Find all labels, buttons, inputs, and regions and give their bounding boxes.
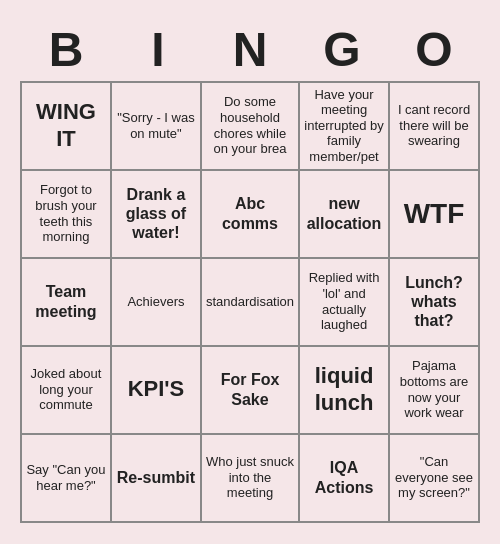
title-b: B xyxy=(22,22,110,77)
bingo-cell-19[interactable]: Pajama bottoms are now your work wear xyxy=(390,347,480,435)
bingo-card: B I N G O WING IT"Sorry - I was on mute"… xyxy=(10,12,490,533)
title-i: I xyxy=(114,22,202,77)
bingo-cell-11[interactable]: Achievers xyxy=(112,259,202,347)
bingo-cell-17[interactable]: For Fox Sake xyxy=(202,347,300,435)
bingo-cell-18[interactable]: liquid lunch xyxy=(300,347,390,435)
bingo-cell-16[interactable]: KPI'S xyxy=(112,347,202,435)
bingo-cell-4[interactable]: I cant record there will be swearing xyxy=(390,83,480,171)
bingo-cell-20[interactable]: Say "Can you hear me?" xyxy=(22,435,112,523)
bingo-cell-3[interactable]: Have your meeting interrupted by family … xyxy=(300,83,390,171)
bingo-cell-5[interactable]: Forgot to brush your teeth this morning xyxy=(22,171,112,259)
title-n: N xyxy=(206,22,294,77)
bingo-cell-0[interactable]: WING IT xyxy=(22,83,112,171)
title-g: G xyxy=(298,22,386,77)
bingo-grid: WING IT"Sorry - I was on mute"Do some ho… xyxy=(20,81,480,523)
bingo-cell-8[interactable]: new allocation xyxy=(300,171,390,259)
bingo-cell-23[interactable]: IQA Actions xyxy=(300,435,390,523)
bingo-cell-2[interactable]: Do some household chores while on your b… xyxy=(202,83,300,171)
title-o: O xyxy=(390,22,478,77)
bingo-cell-24[interactable]: "Can everyone see my screen?" xyxy=(390,435,480,523)
bingo-cell-10[interactable]: Team meeting xyxy=(22,259,112,347)
bingo-cell-12[interactable]: standardisation xyxy=(202,259,300,347)
bingo-title: B I N G O xyxy=(20,22,480,77)
bingo-cell-22[interactable]: Who just snuck into the meeting xyxy=(202,435,300,523)
bingo-cell-6[interactable]: Drank a glass of water! xyxy=(112,171,202,259)
bingo-cell-15[interactable]: Joked about long your commute xyxy=(22,347,112,435)
bingo-cell-21[interactable]: Re-sumbit xyxy=(112,435,202,523)
bingo-cell-14[interactable]: Lunch? whats that? xyxy=(390,259,480,347)
bingo-cell-7[interactable]: Abc comms xyxy=(202,171,300,259)
bingo-cell-13[interactable]: Replied with 'lol' and actually laughed xyxy=(300,259,390,347)
bingo-cell-9[interactable]: WTF xyxy=(390,171,480,259)
bingo-cell-1[interactable]: "Sorry - I was on mute" xyxy=(112,83,202,171)
